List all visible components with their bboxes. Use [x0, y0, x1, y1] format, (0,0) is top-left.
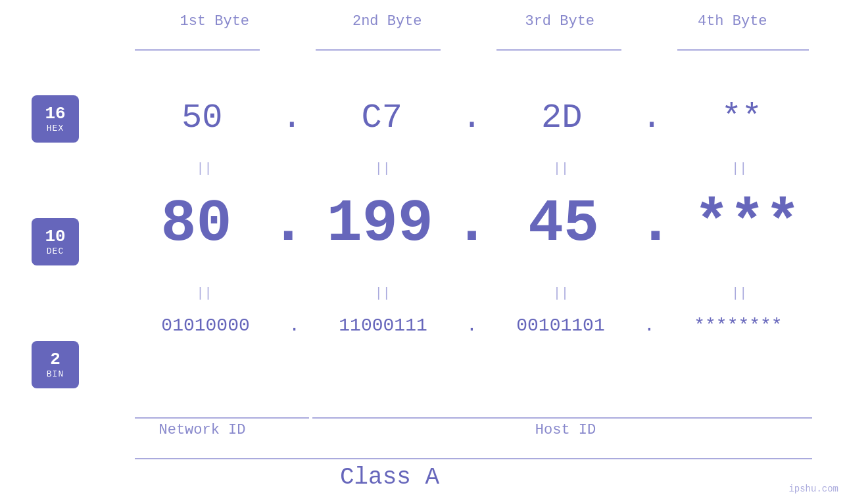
class-bar-line: [135, 458, 812, 459]
section-labels: Network ID Host ID: [92, 422, 819, 438]
bin-byte-2: 11000111: [302, 315, 464, 336]
bin-dot-2: .: [464, 315, 480, 336]
hex-dot-1: .: [279, 99, 304, 137]
dec-byte-4: ***: [676, 191, 819, 258]
bin-byte-3: 00101101: [480, 315, 641, 336]
byte-header-1: 1st Byte: [128, 13, 301, 30]
class-label: Class A: [0, 464, 779, 491]
equals-row-2: || || || ||: [92, 286, 819, 301]
eq1-col1: ||: [125, 161, 283, 176]
bracket-top-2: [316, 49, 441, 51]
byte-header-3: 3rd Byte: [473, 13, 646, 30]
bracket-top-4: [677, 49, 809, 51]
dec-byte-3: 45: [493, 191, 635, 258]
hex-byte-4: **: [665, 99, 819, 137]
watermark: ipshu.com: [788, 484, 838, 494]
hex-byte-1: 50: [125, 99, 279, 137]
dec-dot-3: .: [635, 191, 676, 258]
bin-label: BIN: [47, 369, 64, 379]
dec-dot-1: .: [268, 191, 308, 258]
content-area: 50 . C7 . 2D . ** || || || || 80 . 199 .…: [92, 59, 819, 465]
byte-headers: 1st Byte 2nd Byte 3rd Byte 4th Byte: [128, 13, 819, 30]
byte-header-4: 4th Byte: [646, 13, 819, 30]
eq2-col4: ||: [660, 286, 819, 301]
base-labels: 16 HEX 10 DEC 2 BIN: [32, 95, 79, 388]
eq1-col2: ||: [303, 161, 462, 176]
bin-dot-1: .: [286, 315, 302, 336]
host-id-label: Host ID: [312, 422, 819, 438]
hex-byte-3: 2D: [485, 99, 639, 137]
bin-byte-4: ********: [658, 315, 819, 336]
hex-dot-2: .: [459, 99, 485, 137]
bin-badge: 2 BIN: [32, 341, 79, 388]
bracket-top-1: [135, 49, 260, 51]
dec-row: 80 . 199 . 45 . ***: [92, 191, 819, 258]
dec-byte-1: 80: [125, 191, 268, 258]
eq2-col2: ||: [303, 286, 462, 301]
bin-byte-1: 01010000: [125, 315, 286, 336]
dec-badge: 10 DEC: [32, 218, 79, 265]
bin-num: 2: [50, 350, 60, 369]
eq2-col1: ||: [125, 286, 283, 301]
network-id-label: Network ID: [92, 422, 312, 438]
byte-header-2: 2nd Byte: [301, 13, 474, 30]
hex-byte-2: C7: [305, 99, 459, 137]
equals-row-1: || || || ||: [92, 161, 819, 176]
eq1-col4: ||: [660, 161, 819, 176]
bin-row: 01010000 . 11000111 . 00101101 . *******…: [92, 315, 819, 336]
hex-badge: 16 HEX: [32, 95, 79, 143]
dec-dot-2: .: [451, 191, 492, 258]
eq2-col3: ||: [482, 286, 640, 301]
hex-num: 16: [45, 104, 65, 124]
dec-label: DEC: [47, 246, 64, 256]
dec-byte-2: 199: [308, 191, 451, 258]
dec-num: 10: [45, 227, 65, 246]
hex-row: 50 . C7 . 2D . **: [92, 99, 819, 137]
hex-dot-3: .: [639, 99, 664, 137]
bracket-bottom-network: [135, 417, 309, 419]
bracket-top-3: [496, 49, 621, 51]
main-container: 1st Byte 2nd Byte 3rd Byte 4th Byte 16 H…: [0, 0, 845, 504]
bracket-bottom-host: [312, 417, 812, 419]
bin-dot-3: .: [641, 315, 658, 336]
hex-label: HEX: [47, 124, 64, 133]
eq1-col3: ||: [482, 161, 640, 176]
